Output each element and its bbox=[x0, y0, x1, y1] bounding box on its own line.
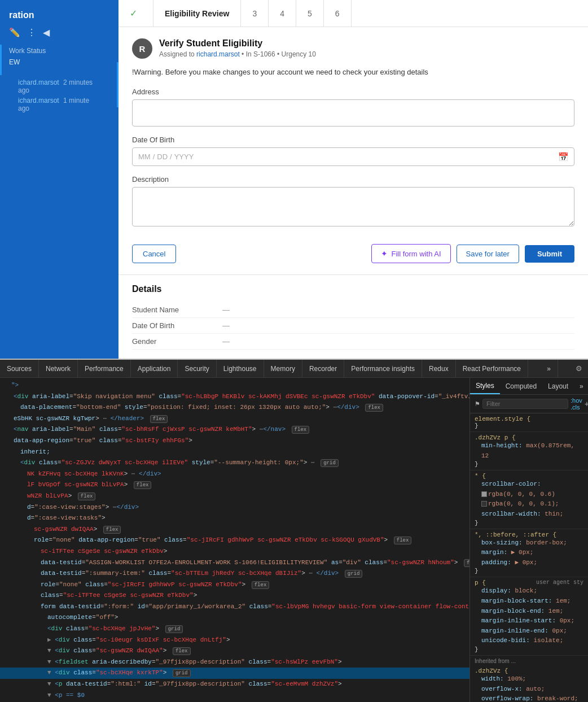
devtools-tab-recorder[interactable]: Recorder bbox=[302, 360, 344, 377]
styles-property[interactable]: scrollbar-color: bbox=[475, 479, 583, 490]
devtools-tab-»[interactable]: » bbox=[540, 360, 558, 377]
code-line[interactable]: <div class="sc-ZGJVz dwNyxT sc-bcXHqe il… bbox=[0, 457, 469, 469]
edit-icon[interactable]: ✏️ bbox=[9, 27, 20, 38]
styles-property[interactable]: display: block; bbox=[475, 586, 583, 596]
user2-link[interactable]: ichard.marsot 1 minute ago bbox=[9, 95, 109, 114]
code-line[interactable]: ▼ <div class="sc-bcXHqe kxrkTP"> grid bbox=[0, 668, 469, 679]
styles-tab-layout[interactable]: Layout bbox=[542, 378, 574, 394]
code-line[interactable]: autocomplete="off"> bbox=[0, 612, 469, 623]
devtools-tab-memory[interactable]: Memory bbox=[264, 360, 302, 377]
code-line[interactable]: <div aria-label="Skip navigation menu" c… bbox=[0, 391, 469, 403]
save-later-button[interactable]: Save for later bbox=[457, 245, 519, 263]
code-line[interactable]: role="none" data-app-region="true" class… bbox=[0, 535, 469, 546]
description-input[interactable] bbox=[132, 187, 574, 226]
code-line[interactable]: role="none" class="sc-jIRcFI gdhhWvP sc-… bbox=[0, 579, 469, 591]
styles-tab-computed[interactable]: Computed bbox=[500, 378, 542, 394]
devtools-tab-performance-insights[interactable]: Performance insights bbox=[344, 360, 422, 377]
styles-brace: } bbox=[475, 520, 583, 526]
dob-group: Date Of Birth MM / DD / YYYY 📅 bbox=[132, 136, 574, 166]
code-line[interactable]: sc-iTFTee cSgeSe sc-gswNZR eTkDbv> bbox=[0, 546, 469, 557]
pseudo-states[interactable]: :hov .cls bbox=[571, 397, 582, 411]
code-line[interactable]: d=":case-view:tasks"> bbox=[0, 513, 469, 524]
progress-step-3[interactable]: 3 bbox=[241, 0, 269, 27]
styles-filter-input[interactable] bbox=[482, 399, 568, 409]
code-line[interactable]: NK kZFHvq sc-bcXHqe lkKVnK> ⋯ </div> bbox=[0, 469, 469, 480]
code-line[interactable]: d=":case-view:stages"> ⋯</div> bbox=[0, 502, 469, 513]
code-line[interactable]: ▶ <div class="sc-i0eugr ksDIxF sc-bcXHqe… bbox=[0, 635, 469, 646]
progress-step-5[interactable]: 5 bbox=[296, 0, 324, 27]
styles-property[interactable]: width: 100%; bbox=[475, 674, 583, 684]
code-panel[interactable]: "><div aria-label="Skip navigation menu"… bbox=[0, 378, 469, 702]
styles-property[interactable]: padding: ▶ 0px; bbox=[475, 558, 583, 568]
code-line[interactable]: ▼ <div class="sc-gswNZR dwIQAA"> flex bbox=[0, 646, 469, 657]
devtools-tab-security[interactable]: Security bbox=[178, 360, 216, 377]
devtools-tab-application[interactable]: Application bbox=[131, 360, 178, 377]
more-icon[interactable]: ⋮ bbox=[27, 27, 36, 38]
styles-property[interactable]: overflow-wrap: break-word; bbox=[475, 694, 583, 702]
code-line[interactable]: form data-testid=":form:" id="app/primar… bbox=[0, 601, 469, 613]
code-line[interactable]: <nav aria-label="Main" class="sc-bhRsFf … bbox=[0, 424, 469, 435]
code-line[interactable]: data-testid="ASSIGN-WORKLIST O7FE2A-ENRO… bbox=[0, 557, 469, 569]
devtools-settings-button[interactable]: ⚙ bbox=[570, 360, 588, 377]
code-line[interactable]: sc-gswNZR dwIQAA> flex bbox=[0, 524, 469, 535]
devtools-tab-lighthouse[interactable]: Lighthouse bbox=[217, 360, 264, 377]
progress-step-1[interactable]: ✓ bbox=[119, 0, 153, 27]
styles-tab-styles[interactable]: Styles bbox=[470, 378, 500, 394]
code-line[interactable]: class="sc-iTFTee cSgeSe sc-gswNZR eTkDbv… bbox=[0, 590, 469, 601]
fill-ai-button[interactable]: ✦ Fill form with AI bbox=[371, 244, 450, 263]
devtools-tab-network[interactable]: Network bbox=[39, 360, 78, 377]
styles-property[interactable]: min-height: max(0.875rem, 12 bbox=[475, 441, 583, 461]
code-line[interactable]: lF bVGpOf sc-gswNZR blLvPA> flex bbox=[0, 479, 469, 491]
add-style-button[interactable]: + bbox=[585, 399, 588, 408]
styles-property[interactable]: margin-block-end: 1em; bbox=[475, 607, 583, 617]
styles-property[interactable]: margin-inline-start: 0px; bbox=[475, 616, 583, 626]
devtools-tab-redux[interactable]: Redux bbox=[422, 360, 456, 377]
styles-property[interactable]: margin-block-start: 1em; bbox=[475, 596, 583, 607]
devtools-tab-performance[interactable]: Performance bbox=[78, 360, 131, 377]
styles-property[interactable]: scrollbar-width: thin; bbox=[475, 509, 583, 520]
code-line[interactable]: data-app-region="true" class="sc-bstFIy … bbox=[0, 435, 469, 447]
styles-property[interactable]: box-sizing: border-box; bbox=[475, 538, 583, 548]
progress-step-2[interactable]: Eligibility Review bbox=[153, 0, 241, 27]
user1-link[interactable]: ichard.marsot 2 minutes ago bbox=[9, 77, 109, 95]
styles-property[interactable]: margin-inline-end: 0px; bbox=[475, 626, 583, 636]
details-key: Student Name bbox=[132, 306, 222, 314]
cancel-button[interactable]: Cancel bbox=[132, 245, 176, 263]
code-line[interactable]: inherit; bbox=[0, 447, 469, 458]
styles-property[interactable]: rgba(0, 0, 0, 0.6) bbox=[475, 490, 583, 500]
progress-step-4[interactable]: 4 bbox=[269, 0, 296, 27]
styles-tab-»[interactable]: » bbox=[574, 378, 588, 394]
dob-input-wrap: MM / DD / YYYY 📅 bbox=[132, 147, 574, 166]
code-line[interactable]: data-testid=":summary-item:" class="sc-b… bbox=[0, 568, 469, 579]
details-key: Gender bbox=[132, 337, 222, 346]
devtools-tab-sources[interactable]: Sources bbox=[0, 360, 39, 377]
description-label: Description bbox=[132, 175, 574, 184]
code-line[interactable]: data-placement="bottom-end" style="posit… bbox=[0, 402, 469, 413]
address-input[interactable] bbox=[132, 99, 574, 127]
submit-button[interactable]: Submit bbox=[525, 245, 574, 263]
code-line[interactable]: wNZR blLvPA> flex bbox=[0, 491, 469, 502]
code-line[interactable]: "> bbox=[0, 380, 469, 391]
styles-property[interactable]: rgba(0, 0, 0, 0.1); bbox=[475, 499, 583, 509]
styles-panel: StylesComputedLayout» ⚑ :hov .cls + ⋮ el… bbox=[469, 378, 588, 702]
progress-step-6[interactable]: 6 bbox=[324, 0, 352, 27]
code-line[interactable]: ▼ <p data-testid=":html:" id="_97fjix8pp… bbox=[0, 679, 469, 690]
styles-property[interactable]: overflow-x: auto; bbox=[475, 684, 583, 695]
details-value: — bbox=[222, 337, 230, 346]
yyyy-placeholder: YYYY bbox=[174, 152, 194, 161]
styles-property[interactable]: margin: ▶ 0px; bbox=[475, 548, 583, 558]
sidebar: ration ✏️ ⋮ ◀ Work Status EW ichard.mars… bbox=[0, 0, 119, 359]
code-line[interactable]: ▼ <fieldset aria-describedby="_97fjix8pp… bbox=[0, 657, 469, 668]
dob-display[interactable]: MM / DD / YYYY bbox=[132, 147, 574, 166]
code-line[interactable]: ▼ <p == $0 bbox=[0, 690, 469, 701]
code-line[interactable]: <div class="sc-bcXHqe jpJvHe"> grid bbox=[0, 623, 469, 635]
styles-inherited-label: Inherited from ... bbox=[470, 656, 588, 665]
styles-property[interactable]: unicode-bidi: isolate; bbox=[475, 636, 583, 646]
collapse-icon[interactable]: ◀ bbox=[43, 27, 50, 38]
code-line[interactable]: eSbHK sc-gswNZR kgTwpr> ⋯ </header> flex bbox=[0, 413, 469, 425]
assigned-user[interactable]: richard.marsot bbox=[196, 50, 240, 58]
step3-label: 3 bbox=[252, 9, 257, 18]
details-rows: Student Name—Date Of Birth—Gender— bbox=[132, 302, 574, 350]
devtools-tab-react-performance[interactable]: React Performance bbox=[456, 360, 528, 377]
calendar-icon[interactable]: 📅 bbox=[558, 152, 569, 162]
